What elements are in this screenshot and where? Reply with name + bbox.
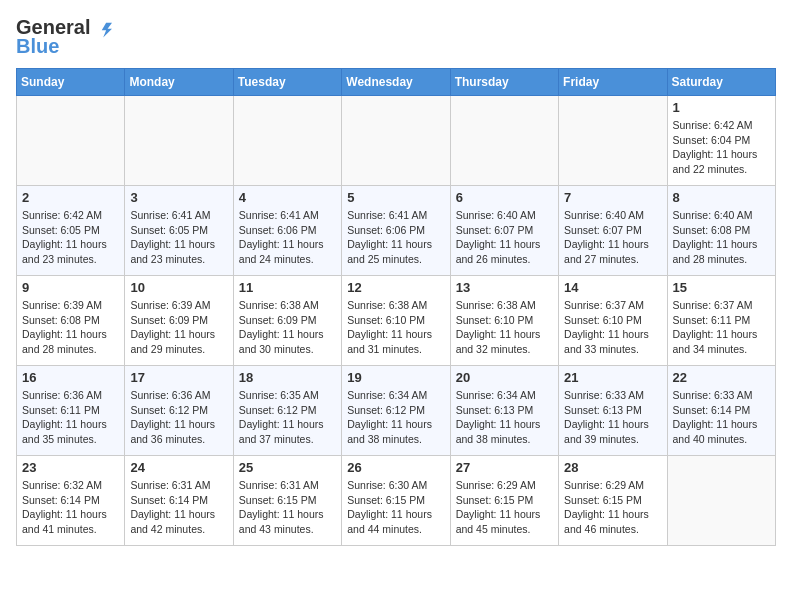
weekday-header-wednesday: Wednesday — [342, 69, 450, 96]
day-number: 27 — [456, 460, 553, 475]
day-number: 8 — [673, 190, 770, 205]
day-number: 20 — [456, 370, 553, 385]
day-info: Sunrise: 6:36 AM Sunset: 6:12 PM Dayligh… — [130, 388, 227, 447]
calendar-cell — [233, 96, 341, 186]
calendar-cell: 9Sunrise: 6:39 AM Sunset: 6:08 PM Daylig… — [17, 276, 125, 366]
day-info: Sunrise: 6:29 AM Sunset: 6:15 PM Dayligh… — [456, 478, 553, 537]
day-info: Sunrise: 6:39 AM Sunset: 6:08 PM Dayligh… — [22, 298, 119, 357]
day-info: Sunrise: 6:33 AM Sunset: 6:13 PM Dayligh… — [564, 388, 661, 447]
weekday-header-monday: Monday — [125, 69, 233, 96]
day-number: 12 — [347, 280, 444, 295]
day-number: 16 — [22, 370, 119, 385]
day-number: 26 — [347, 460, 444, 475]
day-number: 10 — [130, 280, 227, 295]
day-info: Sunrise: 6:29 AM Sunset: 6:15 PM Dayligh… — [564, 478, 661, 537]
calendar-cell: 20Sunrise: 6:34 AM Sunset: 6:13 PM Dayli… — [450, 366, 558, 456]
day-number: 7 — [564, 190, 661, 205]
day-info: Sunrise: 6:30 AM Sunset: 6:15 PM Dayligh… — [347, 478, 444, 537]
day-info: Sunrise: 6:38 AM Sunset: 6:09 PM Dayligh… — [239, 298, 336, 357]
calendar-cell: 18Sunrise: 6:35 AM Sunset: 6:12 PM Dayli… — [233, 366, 341, 456]
logo: General Blue — [16, 16, 112, 58]
day-number: 2 — [22, 190, 119, 205]
day-number: 25 — [239, 460, 336, 475]
day-info: Sunrise: 6:41 AM Sunset: 6:06 PM Dayligh… — [347, 208, 444, 267]
day-info: Sunrise: 6:31 AM Sunset: 6:15 PM Dayligh… — [239, 478, 336, 537]
day-info: Sunrise: 6:36 AM Sunset: 6:11 PM Dayligh… — [22, 388, 119, 447]
calendar-cell: 21Sunrise: 6:33 AM Sunset: 6:13 PM Dayli… — [559, 366, 667, 456]
day-number: 13 — [456, 280, 553, 295]
day-info: Sunrise: 6:38 AM Sunset: 6:10 PM Dayligh… — [347, 298, 444, 357]
calendar-cell: 5Sunrise: 6:41 AM Sunset: 6:06 PM Daylig… — [342, 186, 450, 276]
day-number: 23 — [22, 460, 119, 475]
calendar-cell: 2Sunrise: 6:42 AM Sunset: 6:05 PM Daylig… — [17, 186, 125, 276]
calendar-cell: 7Sunrise: 6:40 AM Sunset: 6:07 PM Daylig… — [559, 186, 667, 276]
calendar-cell: 13Sunrise: 6:38 AM Sunset: 6:10 PM Dayli… — [450, 276, 558, 366]
calendar-cell: 10Sunrise: 6:39 AM Sunset: 6:09 PM Dayli… — [125, 276, 233, 366]
day-number: 1 — [673, 100, 770, 115]
day-info: Sunrise: 6:40 AM Sunset: 6:07 PM Dayligh… — [564, 208, 661, 267]
day-number: 28 — [564, 460, 661, 475]
weekday-header-sunday: Sunday — [17, 69, 125, 96]
calendar-cell — [17, 96, 125, 186]
day-info: Sunrise: 6:34 AM Sunset: 6:12 PM Dayligh… — [347, 388, 444, 447]
calendar-cell: 1Sunrise: 6:42 AM Sunset: 6:04 PM Daylig… — [667, 96, 775, 186]
calendar-cell: 28Sunrise: 6:29 AM Sunset: 6:15 PM Dayli… — [559, 456, 667, 546]
day-info: Sunrise: 6:32 AM Sunset: 6:14 PM Dayligh… — [22, 478, 119, 537]
calendar-cell: 8Sunrise: 6:40 AM Sunset: 6:08 PM Daylig… — [667, 186, 775, 276]
calendar-cell: 16Sunrise: 6:36 AM Sunset: 6:11 PM Dayli… — [17, 366, 125, 456]
day-number: 19 — [347, 370, 444, 385]
calendar-cell — [342, 96, 450, 186]
logo-blue-text: Blue — [16, 35, 59, 58]
calendar-cell: 4Sunrise: 6:41 AM Sunset: 6:06 PM Daylig… — [233, 186, 341, 276]
day-info: Sunrise: 6:37 AM Sunset: 6:11 PM Dayligh… — [673, 298, 770, 357]
calendar-cell: 27Sunrise: 6:29 AM Sunset: 6:15 PM Dayli… — [450, 456, 558, 546]
calendar-cell: 14Sunrise: 6:37 AM Sunset: 6:10 PM Dayli… — [559, 276, 667, 366]
day-info: Sunrise: 6:33 AM Sunset: 6:14 PM Dayligh… — [673, 388, 770, 447]
day-info: Sunrise: 6:40 AM Sunset: 6:08 PM Dayligh… — [673, 208, 770, 267]
day-number: 4 — [239, 190, 336, 205]
day-number: 3 — [130, 190, 227, 205]
calendar-cell — [667, 456, 775, 546]
day-info: Sunrise: 6:38 AM Sunset: 6:10 PM Dayligh… — [456, 298, 553, 357]
day-number: 22 — [673, 370, 770, 385]
calendar-cell: 17Sunrise: 6:36 AM Sunset: 6:12 PM Dayli… — [125, 366, 233, 456]
calendar-cell: 12Sunrise: 6:38 AM Sunset: 6:10 PM Dayli… — [342, 276, 450, 366]
calendar-cell — [450, 96, 558, 186]
day-info: Sunrise: 6:37 AM Sunset: 6:10 PM Dayligh… — [564, 298, 661, 357]
logo-icon — [90, 17, 112, 39]
day-number: 17 — [130, 370, 227, 385]
day-number: 24 — [130, 460, 227, 475]
day-info: Sunrise: 6:41 AM Sunset: 6:05 PM Dayligh… — [130, 208, 227, 267]
svg-marker-0 — [102, 22, 112, 37]
calendar-cell: 11Sunrise: 6:38 AM Sunset: 6:09 PM Dayli… — [233, 276, 341, 366]
day-info: Sunrise: 6:42 AM Sunset: 6:05 PM Dayligh… — [22, 208, 119, 267]
weekday-header-friday: Friday — [559, 69, 667, 96]
day-info: Sunrise: 6:34 AM Sunset: 6:13 PM Dayligh… — [456, 388, 553, 447]
calendar-cell: 26Sunrise: 6:30 AM Sunset: 6:15 PM Dayli… — [342, 456, 450, 546]
calendar-table: SundayMondayTuesdayWednesdayThursdayFrid… — [16, 68, 776, 546]
day-info: Sunrise: 6:42 AM Sunset: 6:04 PM Dayligh… — [673, 118, 770, 177]
calendar-cell: 3Sunrise: 6:41 AM Sunset: 6:05 PM Daylig… — [125, 186, 233, 276]
day-number: 6 — [456, 190, 553, 205]
day-number: 11 — [239, 280, 336, 295]
day-info: Sunrise: 6:41 AM Sunset: 6:06 PM Dayligh… — [239, 208, 336, 267]
day-number: 14 — [564, 280, 661, 295]
calendar-cell: 22Sunrise: 6:33 AM Sunset: 6:14 PM Dayli… — [667, 366, 775, 456]
day-number: 18 — [239, 370, 336, 385]
day-info: Sunrise: 6:40 AM Sunset: 6:07 PM Dayligh… — [456, 208, 553, 267]
calendar-cell: 19Sunrise: 6:34 AM Sunset: 6:12 PM Dayli… — [342, 366, 450, 456]
day-info: Sunrise: 6:39 AM Sunset: 6:09 PM Dayligh… — [130, 298, 227, 357]
day-number: 15 — [673, 280, 770, 295]
day-number: 21 — [564, 370, 661, 385]
day-info: Sunrise: 6:35 AM Sunset: 6:12 PM Dayligh… — [239, 388, 336, 447]
day-info: Sunrise: 6:31 AM Sunset: 6:14 PM Dayligh… — [130, 478, 227, 537]
weekday-header-tuesday: Tuesday — [233, 69, 341, 96]
calendar-cell: 24Sunrise: 6:31 AM Sunset: 6:14 PM Dayli… — [125, 456, 233, 546]
weekday-header-thursday: Thursday — [450, 69, 558, 96]
page-header: General Blue — [16, 16, 776, 58]
day-number: 9 — [22, 280, 119, 295]
calendar-cell: 6Sunrise: 6:40 AM Sunset: 6:07 PM Daylig… — [450, 186, 558, 276]
calendar-cell: 15Sunrise: 6:37 AM Sunset: 6:11 PM Dayli… — [667, 276, 775, 366]
calendar-cell — [559, 96, 667, 186]
weekday-header-saturday: Saturday — [667, 69, 775, 96]
